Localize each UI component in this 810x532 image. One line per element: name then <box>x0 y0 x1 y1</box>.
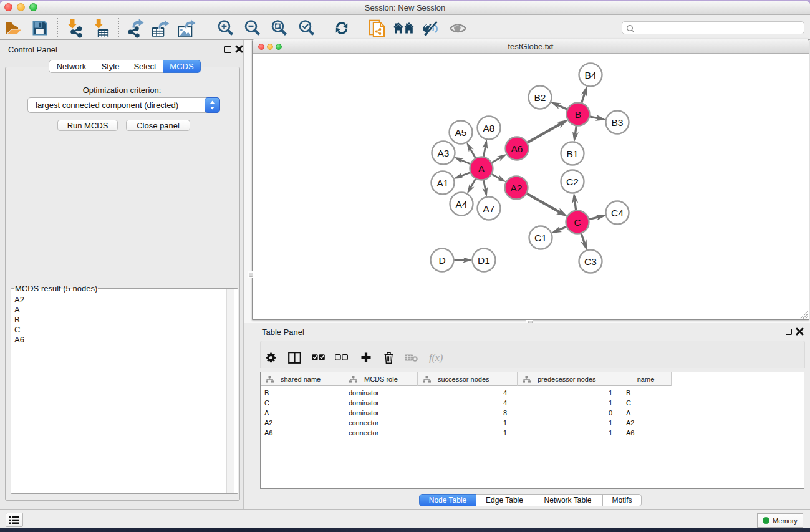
result-scrollbar[interactable] <box>226 289 234 493</box>
search-input[interactable] <box>636 22 801 33</box>
columns-icon[interactable] <box>285 348 304 367</box>
left-splitter-handle[interactable] <box>248 271 253 278</box>
float-panel-icon[interactable] <box>224 46 231 53</box>
graph-node-C4[interactable]: C4 <box>606 201 629 225</box>
table-row[interactable]: A6connector11A6 <box>261 428 804 438</box>
table-cell: A6 <box>626 429 634 437</box>
tab-network[interactable]: Network <box>49 60 94 73</box>
graph-node-B1[interactable]: B1 <box>561 142 584 165</box>
graph-node-B3[interactable]: B3 <box>606 111 629 134</box>
graph-node-B4[interactable]: B4 <box>579 64 602 87</box>
table-close-icon[interactable] <box>796 327 804 336</box>
graph-node-C1[interactable]: C1 <box>529 226 552 249</box>
zoom-out-icon[interactable] <box>242 18 263 38</box>
home-icon[interactable] <box>393 18 414 38</box>
result-item[interactable]: A6 <box>14 335 24 345</box>
add-icon[interactable] <box>357 348 375 367</box>
control-panel-title: Control Panel <box>8 45 57 54</box>
node-label: C1 <box>534 233 547 243</box>
tab-mcds[interactable]: MCDS <box>163 60 201 73</box>
optimization-select[interactable]: largest connected component (directed) <box>27 97 220 113</box>
tab-edge-table[interactable]: Edge Table <box>476 494 533 506</box>
graph-node-A8[interactable]: A8 <box>478 117 501 140</box>
gear-icon[interactable] <box>261 348 280 367</box>
mcds-result-list: A2ABCA6 <box>14 295 24 345</box>
close-panel-button[interactable]: Close panel <box>126 120 190 131</box>
tab-network-table[interactable]: Network Table <box>533 494 603 506</box>
table-row[interactable]: Adominator80A <box>261 408 804 418</box>
graph-node-A[interactable]: A <box>470 157 493 180</box>
node-label: A4 <box>456 199 468 210</box>
list-icon <box>9 516 19 525</box>
import-table-icon[interactable] <box>91 18 112 38</box>
graph-node-A1[interactable]: A1 <box>432 172 455 195</box>
refresh-icon[interactable] <box>331 18 352 38</box>
toolbar-separator <box>208 18 208 37</box>
table-float-icon[interactable] <box>786 329 792 335</box>
tab-style[interactable]: Style <box>94 60 127 73</box>
deselect-all-icon[interactable] <box>332 348 350 367</box>
table-cell: B <box>626 389 630 397</box>
column-header-shared-name[interactable]: shared name <box>261 372 344 386</box>
table-row[interactable]: Cdominator41C <box>261 398 804 408</box>
node-label: C4 <box>611 208 624 218</box>
show-eye-icon[interactable] <box>447 18 468 38</box>
graph-node-C3[interactable]: C3 <box>579 250 602 273</box>
export-table-icon[interactable] <box>150 18 171 38</box>
run-mcds-button[interactable]: Run MCDS <box>57 120 118 131</box>
column-header-name[interactable]: name <box>620 372 672 386</box>
graph-node-A6[interactable]: A6 <box>506 137 529 160</box>
graph-node-A2[interactable]: A2 <box>505 177 528 200</box>
result-item[interactable]: A <box>14 305 24 315</box>
zoom-fit-icon[interactable] <box>269 18 290 38</box>
function-icon[interactable]: f(x) <box>428 348 446 367</box>
network-graph-canvas[interactable]: AA1A3A4A5A7A8A6A2BB1B2B3B4CC1C2C3C4DD1 <box>253 54 809 319</box>
main-area: Control Panel NetworkStyleSelectMCDS Opt… <box>0 40 810 509</box>
node-label: D1 <box>478 255 490 266</box>
open-panel-icon[interactable] <box>366 18 387 38</box>
table-cell: connector <box>349 429 378 437</box>
delete-table-icon[interactable] <box>402 348 420 367</box>
memory-button[interactable]: Memory <box>757 513 803 528</box>
save-session-icon[interactable] <box>29 18 51 38</box>
export-network-icon[interactable] <box>125 18 147 38</box>
tab-motifs[interactable]: Motifs <box>603 494 642 506</box>
graph-node-A4[interactable]: A4 <box>450 193 473 216</box>
hide-eye-icon[interactable] <box>420 18 441 38</box>
node-label: A8 <box>483 123 495 133</box>
select-stepper-icon <box>205 97 220 113</box>
table-row[interactable]: A2connector11A2 <box>261 418 804 428</box>
table-cell: A2 <box>264 419 272 427</box>
column-header-predecessor-nodes[interactable]: predecessor nodes <box>518 372 620 386</box>
graph-node-A3[interactable]: A3 <box>432 142 455 165</box>
result-item[interactable]: C <box>14 325 24 335</box>
task-history-button[interactable] <box>6 513 23 527</box>
graph-node-C2[interactable]: C2 <box>561 170 584 193</box>
optimization-label: Optimization criterion: <box>0 85 244 95</box>
export-image-icon[interactable] <box>176 18 198 38</box>
search-box[interactable] <box>622 21 804 34</box>
column-header-MCDS-role[interactable]: MCDS role <box>344 372 418 386</box>
tab-select[interactable]: Select <box>127 60 163 73</box>
column-header-successor-nodes[interactable]: successor nodes <box>418 372 518 386</box>
resize-grip-icon[interactable] <box>800 311 808 319</box>
close-panel-icon[interactable] <box>235 45 243 53</box>
graph-node-D1[interactable]: D1 <box>473 249 496 272</box>
tab-node-table[interactable]: Node Table <box>419 494 476 506</box>
delete-icon[interactable] <box>379 348 398 367</box>
result-item[interactable]: A2 <box>14 295 24 305</box>
graph-node-C[interactable]: C <box>566 211 589 234</box>
graph-node-A7[interactable]: A7 <box>478 197 501 220</box>
select-all-icon[interactable] <box>309 348 327 367</box>
open-session-icon[interactable] <box>2 18 24 38</box>
graph-node-B[interactable]: B <box>567 103 590 126</box>
node-table: shared nameMCDS rolesuccessor nodesprede… <box>260 372 804 489</box>
table-row[interactable]: Bdominator41B <box>261 388 804 398</box>
import-network-icon[interactable] <box>64 18 85 38</box>
result-item[interactable]: B <box>14 315 24 325</box>
zoom-in-icon[interactable] <box>215 18 236 38</box>
graph-node-A5[interactable]: A5 <box>450 121 473 144</box>
graph-node-B2[interactable]: B2 <box>529 86 552 109</box>
zoom-selected-icon[interactable] <box>296 18 317 38</box>
graph-node-D[interactable]: D <box>431 249 454 272</box>
